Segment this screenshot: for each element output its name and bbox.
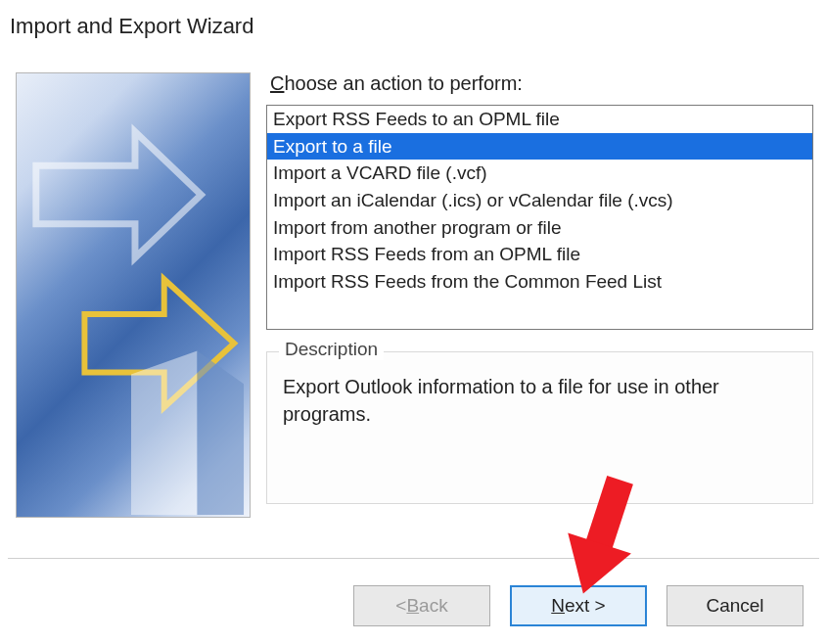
action-list-item[interactable]: Import from another program or file [267,214,812,242]
separator [8,558,819,559]
import-export-wizard: Import and Export Wizard [0,0,827,644]
action-list-item[interactable]: Import an iCalendar (.ics) or vCalendar … [267,187,812,214]
cancel-button[interactable]: Cancel [666,585,804,626]
svg-marker-0 [131,351,197,516]
svg-marker-1 [197,351,244,516]
wizard-title: Import and Export Wizard [0,0,827,45]
action-list-item[interactable]: Import a VCARD file (.vcf) [267,160,812,187]
back-button: < Back [353,585,490,626]
wizard-right-pane: Choose an action to perform: Export RSS … [266,72,813,518]
wizard-content: Choose an action to perform: Export RSS … [0,45,827,528]
action-list-item[interactable]: Import RSS Feeds from an OPML file [267,241,812,268]
action-list-item[interactable]: Export to a file [267,133,812,161]
action-list-item[interactable]: Export RSS Feeds to an OPML file [267,106,812,133]
arrows-icon [17,73,250,515]
choose-action-label: Choose an action to perform: [270,72,813,95]
action-listbox[interactable]: Export RSS Feeds to an OPML fileExport t… [266,105,813,330]
wizard-button-row: < Back Next > Cancel [353,585,804,626]
description-legend: Description [279,339,384,360]
description-group: Description Export Outlook information t… [266,351,813,504]
action-list-item[interactable]: Import RSS Feeds from the Common Feed Li… [267,268,812,296]
description-text: Export Outlook information to a file for… [283,374,799,428]
wizard-side-graphic [16,72,251,518]
next-button[interactable]: Next > [510,585,647,626]
